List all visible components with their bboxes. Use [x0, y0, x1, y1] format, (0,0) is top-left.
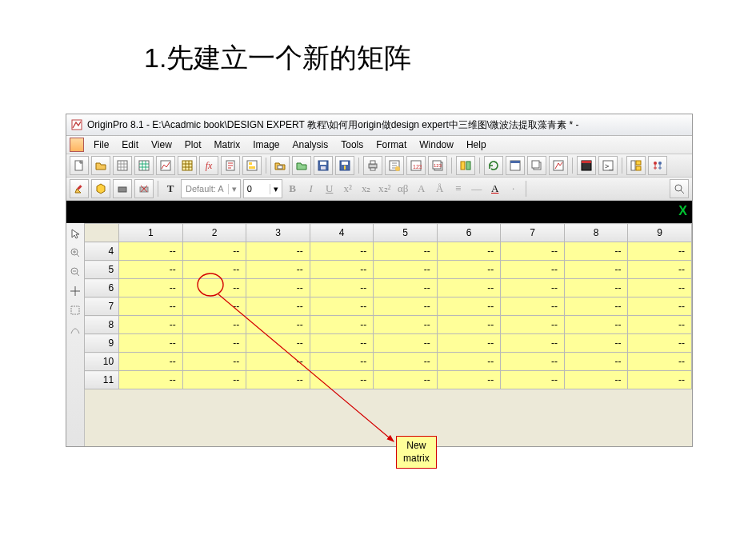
greek-button[interactable]: αβ: [395, 180, 411, 198]
menu-edit[interactable]: Edit: [115, 137, 145, 153]
fill-color-button[interactable]: ·: [506, 180, 522, 198]
decrease-font-button[interactable]: Å: [432, 180, 448, 198]
cell[interactable]: --: [628, 334, 692, 353]
menu-plot[interactable]: Plot: [178, 137, 208, 153]
row-header[interactable]: 6: [85, 279, 119, 297]
cell[interactable]: --: [437, 371, 501, 389]
cell[interactable]: --: [310, 279, 374, 297]
labtalk-console-button[interactable]: >_: [598, 156, 618, 175]
menu-matrix[interactable]: Matrix: [208, 137, 247, 153]
row-header[interactable]: 9: [85, 334, 119, 353]
col-header[interactable]: 2: [182, 224, 246, 242]
col-header[interactable]: 3: [246, 224, 310, 242]
cell[interactable]: --: [437, 279, 501, 297]
cell[interactable]: --: [628, 261, 692, 279]
region-tool-icon[interactable]: [68, 303, 82, 317]
cell[interactable]: --: [501, 334, 565, 353]
line-style-button[interactable]: —: [469, 180, 485, 198]
menu-analysis[interactable]: Analysis: [286, 137, 335, 153]
cell[interactable]: --: [119, 353, 183, 371]
new-layout-button[interactable]: [242, 156, 262, 175]
new-matrix-button[interactable]: [178, 156, 197, 175]
mask-button[interactable]: [113, 179, 132, 198]
cell[interactable]: --: [182, 316, 246, 334]
cell[interactable]: --: [182, 334, 246, 353]
cell[interactable]: --: [501, 297, 565, 316]
draw-tool-icon[interactable]: [68, 322, 82, 337]
col-header[interactable]: 5: [374, 224, 438, 242]
new-excel-button[interactable]: [134, 156, 154, 175]
col-header[interactable]: 6: [437, 224, 501, 242]
corner-cell[interactable]: [85, 224, 119, 242]
row-header[interactable]: 10: [85, 353, 119, 371]
cell[interactable]: --: [628, 279, 692, 297]
cell[interactable]: --: [501, 316, 565, 334]
cell[interactable]: --: [182, 279, 246, 297]
cell[interactable]: --: [182, 371, 246, 389]
cell[interactable]: --: [374, 316, 438, 334]
cell[interactable]: --: [628, 353, 692, 371]
edit-mode-button[interactable]: [70, 179, 89, 198]
cell[interactable]: --: [119, 297, 183, 316]
cell[interactable]: --: [310, 334, 374, 353]
data-reader-tool-icon[interactable]: [68, 284, 82, 298]
cell[interactable]: --: [628, 297, 692, 316]
cell[interactable]: --: [437, 242, 501, 261]
cell[interactable]: --: [501, 279, 565, 297]
menu-image[interactable]: Image: [246, 137, 286, 153]
row-header[interactable]: 11: [85, 371, 119, 389]
cell[interactable]: --: [310, 261, 374, 279]
cell[interactable]: --: [182, 297, 246, 316]
cell[interactable]: --: [310, 297, 374, 316]
cell[interactable]: --: [374, 371, 438, 389]
batch-processing-button[interactable]: [456, 156, 475, 175]
cell[interactable]: --: [310, 242, 374, 261]
duplicate-button[interactable]: [527, 156, 546, 175]
results-log-button[interactable]: [506, 156, 525, 175]
project-explorer-button[interactable]: [626, 156, 646, 175]
cell[interactable]: --: [374, 353, 438, 371]
cell[interactable]: --: [501, 371, 565, 389]
menu-file[interactable]: File: [87, 137, 115, 153]
cell[interactable]: --: [310, 371, 374, 389]
col-header[interactable]: 4: [310, 224, 374, 242]
cell[interactable]: --: [246, 261, 310, 279]
cell[interactable]: --: [564, 242, 628, 261]
align-button[interactable]: ≡: [450, 180, 466, 198]
new-graph-button[interactable]: [156, 156, 175, 175]
cell[interactable]: --: [628, 371, 692, 389]
cell[interactable]: --: [374, 261, 438, 279]
row-header[interactable]: 8: [85, 316, 119, 334]
cell[interactable]: --: [246, 316, 310, 334]
cell[interactable]: --: [246, 371, 310, 389]
cell[interactable]: --: [310, 316, 374, 334]
cell[interactable]: --: [437, 353, 501, 371]
cell[interactable]: --: [437, 297, 501, 316]
row-header[interactable]: 4: [85, 242, 119, 261]
col-header[interactable]: 8: [564, 224, 628, 242]
cell[interactable]: --: [564, 334, 628, 353]
menu-window[interactable]: Window: [413, 137, 460, 153]
cell[interactable]: --: [501, 242, 565, 261]
pointer-tool-icon[interactable]: [68, 226, 82, 241]
cell[interactable]: --: [182, 242, 246, 261]
col-header[interactable]: 9: [628, 224, 692, 242]
open-button[interactable]: [91, 156, 110, 175]
cell[interactable]: --: [246, 279, 310, 297]
cell[interactable]: --: [564, 371, 628, 389]
zoom-in-tool-icon[interactable]: [68, 246, 82, 260]
cell[interactable]: --: [374, 242, 438, 261]
new-project-button[interactable]: [70, 156, 89, 175]
increase-font-button[interactable]: A: [414, 180, 430, 198]
refresh-button[interactable]: [549, 156, 568, 175]
cell[interactable]: --: [119, 371, 183, 389]
recalculate-button[interactable]: [484, 156, 503, 175]
zoom-tool-button[interactable]: [670, 179, 689, 198]
cell[interactable]: --: [437, 316, 501, 334]
cell[interactable]: --: [501, 353, 565, 371]
cell[interactable]: --: [182, 261, 246, 279]
cell[interactable]: --: [628, 316, 692, 334]
font-size-selector[interactable]: 0 ▾: [243, 179, 282, 198]
subscript-button[interactable]: x₂: [358, 180, 374, 198]
open-excel-button[interactable]: [292, 156, 311, 175]
